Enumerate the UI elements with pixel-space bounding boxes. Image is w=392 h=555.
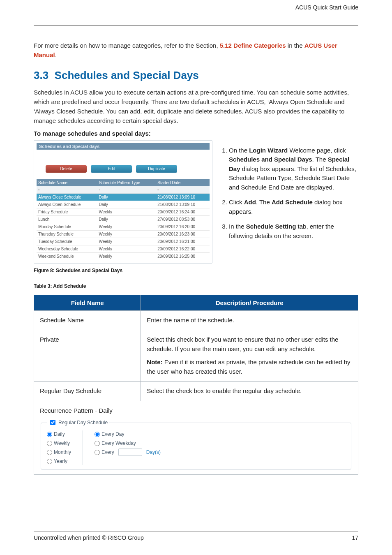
col-type[interactable]: Schedule Pattern Type (97, 179, 156, 186)
footer-page-number: 17 (352, 534, 358, 541)
radio-yearly[interactable] (47, 459, 52, 464)
cell: Weekend Schedule (37, 252, 97, 260)
th-description: Description/ Procedure (141, 295, 358, 310)
note-label: Note: (147, 358, 162, 365)
cell: Always Close Schedule (37, 193, 97, 201)
regular-day-checkbox[interactable] (50, 420, 55, 425)
edit-button[interactable]: Edit (91, 165, 132, 173)
t: . The (312, 156, 328, 163)
filter-type[interactable]: ▫ (97, 186, 156, 194)
step-1: On the Login Wizard Welcome page, click … (229, 146, 358, 192)
step-2: Click Add. The Add Schedule dialog box a… (229, 198, 358, 216)
cell: 27/09/2012 08:53:00 (156, 215, 210, 223)
cell: 21/08/2012 13:09:10 (156, 201, 210, 208)
delete-button[interactable]: Delete (46, 165, 87, 173)
cell-private-desc: Select this check box if you want to ens… (141, 330, 358, 382)
cell: Daily (97, 193, 156, 201)
cell-schedule-name: Schedule Name (34, 310, 141, 330)
radio-every-n[interactable] (95, 450, 100, 455)
cell: Weekly (97, 230, 156, 238)
duplicate-button[interactable]: Duplicate (136, 165, 177, 173)
t: Login Wizard (249, 147, 288, 154)
footer-left: Uncontrolled when printed © RISCO Group (34, 534, 144, 541)
cell: Monday Schedule (37, 223, 97, 230)
intro-middle: in the (288, 42, 304, 49)
t: dialog box appears. The list of Schedule… (229, 165, 356, 191)
t: . The (256, 199, 272, 206)
cell: Weekly (97, 238, 156, 245)
t: Welcome page, click (288, 147, 346, 154)
cell: 20/09/2012 16:23:00 (156, 230, 210, 238)
cell-regular-day-desc: Select the check box to enable the regul… (141, 382, 358, 401)
filter-name[interactable]: ▫ (37, 186, 97, 194)
t: Schedules and Special Days (229, 156, 312, 163)
label-weekly: Weekly (54, 439, 70, 447)
cell: Weekly (97, 208, 156, 215)
col-date[interactable]: Started Date (156, 179, 210, 186)
page-header: ACUS Quick Start Guide (34, 4, 358, 11)
cell-recurrence: Recurrence Pattern - Daily Regular Day S… (34, 401, 358, 475)
schedules-panel: Schedules and Special days Delete Edit D… (34, 140, 212, 264)
table-caption: Table 3: Add Schedule (34, 283, 358, 289)
table-row[interactable]: Thursday ScheduleWeekly20/09/2012 16:23:… (37, 230, 210, 238)
regular-day-label: Regular Day Schedule (58, 419, 108, 426)
radio-every-day[interactable] (95, 432, 100, 437)
section-number: 3.3 (34, 69, 48, 81)
cell: Weekly (97, 245, 156, 252)
t: Click (229, 199, 244, 206)
cell: 20/09/2012 16:20:00 (156, 223, 210, 230)
section-paragraph: Schedules in ACUS allow you to execute c… (34, 88, 358, 126)
label-every: Every (101, 449, 114, 456)
days-input[interactable] (118, 449, 142, 456)
cell: Tuesday Schedule (37, 238, 97, 245)
figure-caption: Figure 8: Schedules and Special Days (34, 268, 212, 273)
link-define-categories[interactable]: 5.12 Define Categories (220, 42, 286, 49)
radio-weekly[interactable] (47, 441, 52, 446)
radio-every-weekday[interactable] (95, 441, 100, 446)
table-row[interactable]: Wednesday ScheduleWeekly20/09/2012 16:22… (37, 245, 210, 252)
days-suffix: Day(s) (146, 449, 161, 456)
table-row[interactable]: Tuesday ScheduleWeekly20/09/2012 16:21:0… (37, 238, 210, 245)
recurrence-legend: Regular Day Schedule (47, 419, 109, 427)
table-row[interactable]: Always Open ScheduleDaily21/08/2012 13:0… (37, 201, 210, 208)
cell: 20/09/2012 16:21:00 (156, 238, 210, 245)
cell: Friday Schedule (37, 208, 97, 215)
th-field-name: Field Name (34, 295, 141, 310)
steps-list: On the Login Wizard Welcome page, click … (220, 140, 358, 247)
cell-regular-day: Regular Day Schedule (34, 382, 141, 401)
intro-prefix: For more details on how to manage catego… (34, 42, 220, 49)
label-daily: Daily (54, 430, 65, 438)
table-row[interactable]: Friday ScheduleWeekly20/09/2012 16:24:00 (37, 208, 210, 215)
table-row[interactable]: LunchDaily27/09/2012 08:53:00 (37, 215, 210, 223)
private-p1: Select this check box if you want to ens… (147, 335, 352, 354)
col-name[interactable]: Schedule Name (37, 179, 97, 186)
t: Add (244, 199, 256, 206)
section-title: Schedules and Special Days (55, 69, 199, 81)
radio-monthly[interactable] (47, 450, 52, 455)
t: Add Schedule (272, 199, 313, 206)
table-row[interactable]: Weekend ScheduleWeekly20/09/2012 16:25:0… (37, 252, 210, 260)
cell: Wednesday Schedule (37, 245, 97, 252)
cell: Weekly (97, 223, 156, 230)
label-yearly: Yearly (54, 458, 67, 465)
subheading: To manage schedules and special days: (34, 130, 358, 137)
recurrence-fieldset: Regular Day Schedule Daily Weekly Monthl… (41, 419, 351, 469)
label-every-day: Every Day (101, 430, 124, 438)
label-monthly: Monthly (54, 449, 71, 456)
table-row[interactable]: Monday ScheduleWeekly20/09/2012 16:20:00 (37, 223, 210, 230)
header-rule (34, 25, 358, 26)
filter-date[interactable]: ▫ (156, 186, 210, 194)
subheading-text: To manage schedules and special days (34, 130, 149, 137)
cell: Weekly (97, 252, 156, 260)
cell: Thursday Schedule (37, 230, 97, 238)
cell: Daily (97, 215, 156, 223)
cell: Daily (97, 201, 156, 208)
section-heading: 3.3 Schedules and Special Days (34, 69, 358, 82)
cell: Always Open Schedule (37, 201, 97, 208)
t: On the (229, 147, 249, 154)
cell-schedule-name-desc: Enter the name of the schedule. (141, 310, 358, 330)
radio-daily[interactable] (47, 432, 52, 437)
recurrence-title: Recurrence Pattern - Daily (40, 406, 352, 416)
table-row[interactable]: Always Close ScheduleDaily21/08/2012 13:… (37, 193, 210, 201)
cell: 20/09/2012 16:24:00 (156, 208, 210, 215)
